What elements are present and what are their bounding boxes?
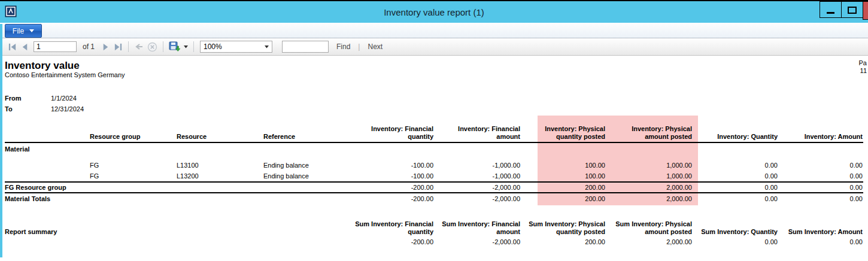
quantity-cell: 0.00 xyxy=(693,171,778,182)
financial-amount-cell: -1,000.00 xyxy=(434,160,521,171)
app-icon-glyph xyxy=(5,5,17,17)
inventory-value-table: Resource group Resource Reference Invent… xyxy=(5,122,863,247)
reference-cell: Ending balance xyxy=(262,171,349,182)
financial-amount-total: -2,000.00 xyxy=(434,193,521,204)
summary-header-financial-amount: Sum Inventory: Financial amount xyxy=(434,220,521,237)
minimize-icon xyxy=(827,12,834,14)
next-button[interactable]: Next xyxy=(368,43,383,51)
last-page-button[interactable] xyxy=(112,41,125,53)
window-controls xyxy=(820,1,863,18)
amount-cell: 0.00 xyxy=(778,160,863,171)
summary-quantity: 0.00 xyxy=(693,237,778,247)
export-save-icon xyxy=(169,41,180,52)
reference-cell: Ending balance xyxy=(262,160,349,171)
summary-header-physical-quantity-posted: Sum Inventory: Physical quantity posted xyxy=(521,220,606,237)
spacer-row xyxy=(5,204,863,220)
find-text-input[interactable] xyxy=(282,41,329,53)
financial-quantity-cell: -100.00 xyxy=(349,171,434,182)
summary-header-financial-quantity: Sum Inventory: Financial quantity xyxy=(349,220,434,237)
next-page-button[interactable] xyxy=(99,41,112,53)
param-from-label: From xyxy=(5,93,51,104)
summary-spacer xyxy=(5,237,349,247)
header-financial-amount: Inventory: Financial amount xyxy=(434,122,521,142)
summary-header-physical-amount-posted: Sum Inventory: Physical amount posted xyxy=(606,220,693,237)
summary-values-row: -200.00 -2,000.00 200.00 2,000.00 0.00 0… xyxy=(5,237,863,247)
back-button[interactable] xyxy=(132,41,145,52)
quantity-total: 0.00 xyxy=(693,182,778,193)
table-row: FG L13200 Ending balance -100.00 -1,000.… xyxy=(5,171,863,182)
summary-header-row: Report summary Sum Inventory: Financial … xyxy=(5,220,863,237)
resource-cell: L13200 xyxy=(175,171,262,182)
toolbar-separator xyxy=(193,41,194,52)
summary-physical-quantity-posted: 200.00 xyxy=(521,237,606,247)
financial-quantity-total: -200.00 xyxy=(349,193,434,204)
quantity-total: 0.00 xyxy=(693,193,778,204)
param-to-label: To xyxy=(5,104,51,114)
last-page-icon xyxy=(114,43,123,51)
page-number-input[interactable] xyxy=(34,41,77,52)
zoom-select[interactable]: 100% xyxy=(200,41,272,53)
summary-financial-amount: -2,000.00 xyxy=(434,237,521,247)
header-spacer xyxy=(5,122,89,142)
financial-quantity-cell: -100.00 xyxy=(349,160,434,171)
export-dropdown-button[interactable] xyxy=(182,44,190,50)
table-header-row: Resource group Resource Reference Invent… xyxy=(5,122,863,142)
minimize-button[interactable] xyxy=(820,1,842,18)
financial-amount-total: -2,000.00 xyxy=(434,182,521,193)
physical-amount-posted-total: 2,000.00 xyxy=(606,182,693,193)
chevron-down-icon xyxy=(29,29,34,32)
file-menu-label: File xyxy=(13,27,24,35)
group-spacer xyxy=(349,142,863,160)
amount-total: 0.00 xyxy=(778,182,863,193)
financial-quantity-total: -200.00 xyxy=(349,182,434,193)
export-button[interactable] xyxy=(167,40,182,53)
total-label: FG Resource group xyxy=(5,182,349,193)
summary-label: Report summary xyxy=(5,220,349,237)
header-financial-quantity: Inventory: Financial quantity xyxy=(349,122,434,142)
toolbar-separator xyxy=(128,41,129,52)
first-page-button[interactable] xyxy=(6,41,19,53)
toolbar: of 1 xyxy=(2,38,868,56)
param-to-value: 12/31/2024 xyxy=(51,104,84,114)
window-title: Inventory value report (1) xyxy=(0,7,868,17)
physical-quantity-posted-total: 200.00 xyxy=(521,193,606,204)
resource-cell: L13100 xyxy=(175,160,262,171)
app-icon[interactable] xyxy=(5,5,17,17)
report-canvas: Pa 11 Inventory value Contoso Entertainm… xyxy=(2,56,868,261)
summary-header-amount: Sum Inventory: Amount xyxy=(778,220,863,237)
amount-cell: 0.00 xyxy=(778,171,863,182)
header-physical-amount-posted: Inventory: Physical amount posted xyxy=(606,122,693,142)
physical-quantity-posted-cell: 100.00 xyxy=(521,160,606,171)
file-menu-button[interactable]: File xyxy=(5,24,42,38)
report-title: Inventory value xyxy=(5,60,868,71)
maximize-button[interactable] xyxy=(841,1,863,18)
physical-quantity-posted-total: 200.00 xyxy=(521,182,606,193)
company-name: Contoso Entertainment System Germany xyxy=(5,71,868,79)
header-physical-quantity-posted: Inventory: Physical quantity posted xyxy=(521,122,606,142)
group-label: Material xyxy=(5,142,349,160)
resource-group-total-row: FG Resource group -200.00 -2,000.00 200.… xyxy=(5,182,863,193)
header-reference: Reference xyxy=(262,122,349,142)
summary-amount: 0.00 xyxy=(778,237,863,247)
find-next-divider: | xyxy=(358,43,360,51)
physical-amount-posted-cell: 1,000.00 xyxy=(606,171,693,182)
stop-button[interactable] xyxy=(145,41,159,53)
close-button[interactable] xyxy=(863,1,868,20)
summary-header-quantity: Sum Inventory: Quantity xyxy=(693,220,778,237)
menu-bar: File xyxy=(2,23,868,38)
next-page-icon xyxy=(101,43,110,51)
page-count-label: of 1 xyxy=(83,43,95,51)
resource-group-cell: FG xyxy=(89,160,175,171)
maximize-icon xyxy=(848,7,857,14)
previous-page-button[interactable] xyxy=(19,41,31,53)
find-button[interactable]: Find xyxy=(336,43,350,51)
financial-amount-cell: -1,000.00 xyxy=(434,171,521,182)
group-header-row: Material xyxy=(5,142,863,160)
back-arrow-icon xyxy=(134,43,144,51)
previous-page-icon xyxy=(20,43,29,51)
physical-amount-posted-cell: 1,000.00 xyxy=(606,160,693,171)
toolbar-separator xyxy=(163,41,163,52)
param-to: To 12/31/2024 xyxy=(5,104,868,114)
chevron-down-icon xyxy=(265,45,269,48)
page-corner-text: Pa 11 xyxy=(859,59,867,75)
